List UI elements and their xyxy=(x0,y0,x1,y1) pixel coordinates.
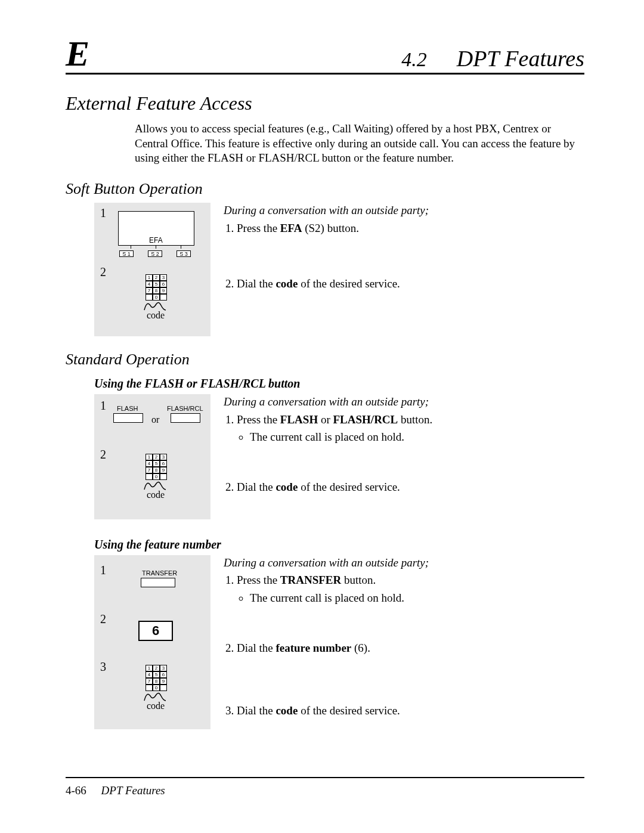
diagram-step-2: 2 xyxy=(100,448,106,462)
soft-diagram: 1 2 EFA S 1 S 2 S 3 123 456 789 0 code xyxy=(94,203,210,336)
header-letter: E xyxy=(66,36,89,72)
transfer-button xyxy=(141,578,175,587)
footer: 4-66 DPT Features xyxy=(66,784,584,797)
fn-subtitle: Using the feature number xyxy=(94,538,584,552)
code-label: code xyxy=(147,490,165,500)
soft-instructions: During a conversation with an outside pa… xyxy=(224,203,584,332)
section-number: 4.2 xyxy=(401,48,427,71)
code-label: code xyxy=(147,310,165,321)
soft-step-2: Dial the code of the desired service. xyxy=(237,276,584,292)
flashrcl-label: FLASH/RCL xyxy=(167,405,203,412)
cord-icon xyxy=(143,479,167,491)
flash-instructions: During a conversation with an outside pa… xyxy=(224,394,584,529)
code-label: code xyxy=(147,701,165,711)
page-number: 4-66 xyxy=(66,784,86,797)
fn-diagram: 1 2 3 TRANSFER 6 123 456 789 0 code xyxy=(94,555,210,729)
flash-diagram: 1 2 FLASH FLASH/RCL or 123 456 789 0 cod… xyxy=(94,394,210,519)
diagram-step-2: 2 xyxy=(100,612,106,626)
fn-step-1: Press the TRANSFER button. The current c… xyxy=(237,572,584,605)
transfer-label: TRANSFER xyxy=(142,569,177,577)
cord-icon xyxy=(143,690,167,702)
diagram-step-2: 2 xyxy=(100,265,106,279)
flash-step-2: Dial the code of the desired service. xyxy=(237,479,584,495)
fn-bullet: The current call is placed on hold. xyxy=(250,590,584,606)
efa-label: EFA xyxy=(149,236,163,244)
soft-button-title: Soft Button Operation xyxy=(66,180,584,198)
standard-title: Standard Operation xyxy=(66,351,584,368)
header-right: 4.2 DPT Features xyxy=(401,45,584,72)
diagram-step-3: 3 xyxy=(100,660,106,674)
fn-instructions: During a conversation with an outside pa… xyxy=(224,555,584,753)
feature-intro: Allows you to access special features (e… xyxy=(135,122,584,166)
section-title: DPT Features xyxy=(457,45,584,72)
soft-lead: During a conversation with an outside pa… xyxy=(224,203,584,218)
flashrcl-button xyxy=(171,413,200,423)
diagram-step-1: 1 xyxy=(100,563,106,577)
or-label: or xyxy=(151,414,159,425)
keypad-icon: 123 456 789 0 xyxy=(145,665,167,691)
fn-step-2: Dial the feature number (6). xyxy=(237,640,584,656)
fn-lead: During a conversation with an outside pa… xyxy=(224,555,584,571)
digit-6: 6 xyxy=(138,621,173,641)
flash-subtitle: Using the FLASH or FLASH/RCL button xyxy=(94,377,584,391)
flash-label: FLASH xyxy=(117,405,138,412)
s1-button: S 1 xyxy=(119,250,134,257)
soft-block: 1 2 EFA S 1 S 2 S 3 123 456 789 0 code D… xyxy=(94,203,584,336)
fn-step-3: Dial the code of the desired service. xyxy=(237,703,584,719)
s2-button: S 2 xyxy=(148,250,162,257)
page: E 4.2 DPT Features External Feature Acce… xyxy=(0,0,644,833)
fn-block: 1 2 3 TRANSFER 6 123 456 789 0 code Duri… xyxy=(94,555,584,753)
flash-step-1: Press the FLASH or FLASH/RCL button. The… xyxy=(237,412,584,445)
flash-bullet: The current call is placed on hold. xyxy=(250,429,584,445)
keypad-icon: 123 456 789 0 xyxy=(145,274,167,301)
footer-rule xyxy=(66,777,584,778)
flash-button xyxy=(113,413,143,423)
flash-block: 1 2 FLASH FLASH/RCL or 123 456 789 0 cod… xyxy=(94,394,584,529)
cord-icon xyxy=(143,299,167,311)
keypad-icon: 123 456 789 0 xyxy=(145,454,167,480)
footer-title: DPT Features xyxy=(101,784,165,797)
diagram-step-1: 1 xyxy=(100,399,106,413)
feature-title: External Feature Access xyxy=(66,92,584,114)
flash-lead: During a conversation with an outside pa… xyxy=(224,394,584,410)
page-header: E 4.2 DPT Features xyxy=(66,36,584,75)
diagram-step-1: 1 xyxy=(100,206,106,220)
soft-step-1: Press the EFA (S2) button. xyxy=(237,221,584,236)
s3-button: S 3 xyxy=(177,250,191,257)
